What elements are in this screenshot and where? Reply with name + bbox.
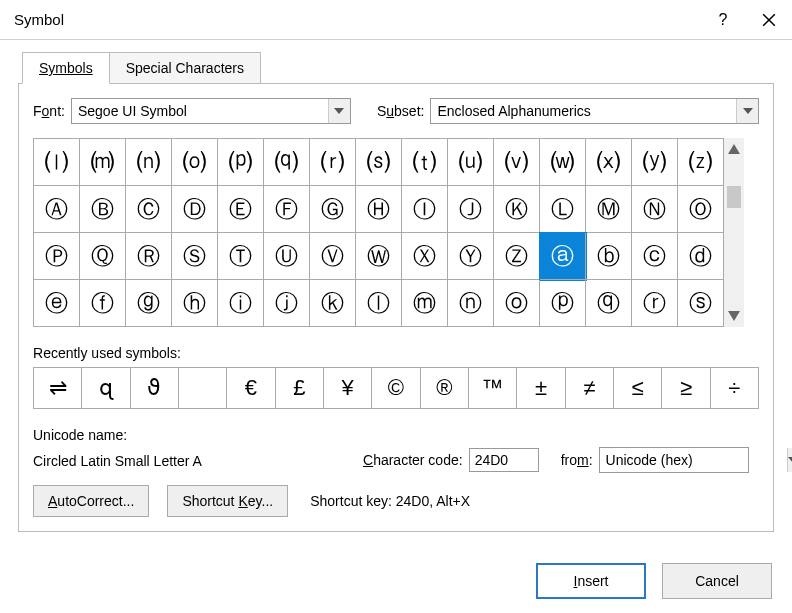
symbol-cell[interactable]: Ⓢ <box>172 233 218 280</box>
chevron-down-icon <box>788 457 792 463</box>
symbol-cell[interactable]: ⓘ <box>218 280 264 327</box>
recent-symbol-cell[interactable]: ÷ <box>711 368 759 408</box>
subset-dropdown-button[interactable] <box>736 99 758 123</box>
symbol-cell[interactable]: Ⓕ <box>264 186 310 233</box>
symbol-cell[interactable]: Ⓔ <box>218 186 264 233</box>
symbol-cell[interactable]: ⓗ <box>172 280 218 327</box>
recent-symbol-cell[interactable] <box>179 368 227 408</box>
symbol-cell[interactable]: Ⓙ <box>448 186 494 233</box>
symbol-cell[interactable]: Ⓥ <box>310 233 356 280</box>
symbol-cell[interactable]: ⓡ <box>632 280 678 327</box>
recent-symbol-cell[interactable]: ⇌ <box>34 368 82 408</box>
tab-bar: Symbols Special Characters <box>18 52 774 83</box>
from-combo[interactable] <box>599 447 749 473</box>
symbol-cell[interactable]: ⒪ <box>172 139 218 186</box>
symbol-cell[interactable]: ⒧ <box>34 139 80 186</box>
autocorrect-button[interactable]: AutoCorrect... <box>33 485 149 517</box>
symbol-cell[interactable]: ⓝ <box>448 280 494 327</box>
symbol-cell[interactable]: ⒨ <box>80 139 126 186</box>
symbol-cell[interactable]: ⓢ <box>678 280 724 327</box>
symbol-cell[interactable]: Ⓘ <box>402 186 448 233</box>
symbol-cell[interactable]: ⒯ <box>402 139 448 186</box>
tab-symbols[interactable]: Symbols <box>22 52 110 84</box>
subset-combo[interactable] <box>430 98 759 124</box>
tab-special-characters[interactable]: Special Characters <box>109 52 261 83</box>
symbol-cell[interactable]: Ⓖ <box>310 186 356 233</box>
font-input[interactable] <box>72 99 328 123</box>
symbol-cell[interactable]: ⓙ <box>264 280 310 327</box>
symbol-cell[interactable]: ⒭ <box>310 139 356 186</box>
recent-symbol-cell[interactable]: © <box>372 368 420 408</box>
from-dropdown-button[interactable] <box>787 448 792 472</box>
charcode-input[interactable] <box>469 448 539 472</box>
symbol-cell[interactable]: ⒬ <box>264 139 310 186</box>
symbol-cell[interactable]: ⒫ <box>218 139 264 186</box>
recent-symbol-cell[interactable]: € <box>227 368 275 408</box>
recent-symbol-cell[interactable]: ϑ <box>131 368 179 408</box>
recent-symbol-cell[interactable]: ɋ <box>82 368 130 408</box>
recent-symbol-cell[interactable]: £ <box>276 368 324 408</box>
scroll-thumb[interactable] <box>727 186 741 208</box>
subset-input[interactable] <box>431 99 736 123</box>
symbol-cell[interactable]: ⓔ <box>34 280 80 327</box>
help-button[interactable]: ? <box>700 0 746 40</box>
symbol-cell[interactable]: Ⓧ <box>402 233 448 280</box>
symbol-cell[interactable]: Ⓦ <box>356 233 402 280</box>
symbol-cell[interactable]: ⒴ <box>632 139 678 186</box>
symbol-cell[interactable]: ⓑ <box>586 233 632 280</box>
symbol-cell[interactable]: Ⓛ <box>540 186 586 233</box>
cancel-button[interactable]: Cancel <box>662 563 772 599</box>
symbol-cell[interactable]: ⒲ <box>540 139 586 186</box>
recent-symbol-cell[interactable]: ¥ <box>324 368 372 408</box>
grid-scrollbar[interactable] <box>724 138 744 327</box>
symbol-cell[interactable]: ⓖ <box>126 280 172 327</box>
symbol-cell[interactable]: ⒩ <box>126 139 172 186</box>
recent-symbol-cell[interactable]: ® <box>421 368 469 408</box>
symbol-cell[interactable]: Ⓑ <box>80 186 126 233</box>
symbol-cell[interactable]: ⓟ <box>540 280 586 327</box>
symbol-cell[interactable]: ⓚ <box>310 280 356 327</box>
font-dropdown-button[interactable] <box>328 99 350 123</box>
symbol-cell[interactable]: Ⓚ <box>494 186 540 233</box>
symbol-cell[interactable]: Ⓝ <box>632 186 678 233</box>
symbol-cell[interactable]: Ⓨ <box>448 233 494 280</box>
subset-label: Subset: <box>377 103 425 119</box>
symbol-cell[interactable]: Ⓡ <box>126 233 172 280</box>
symbol-cell[interactable]: Ⓓ <box>172 186 218 233</box>
symbol-cell[interactable]: ⓞ <box>494 280 540 327</box>
symbol-cell[interactable]: ⒵ <box>678 139 724 186</box>
recent-symbol-cell[interactable]: ≥ <box>662 368 710 408</box>
recent-symbol-cell[interactable]: ± <box>517 368 565 408</box>
symbol-cell[interactable]: ⒮ <box>356 139 402 186</box>
from-input[interactable] <box>600 448 787 472</box>
symbol-cell[interactable]: ⓐ <box>540 233 586 280</box>
symbol-cell[interactable]: ⓛ <box>356 280 402 327</box>
symbol-cell[interactable]: Ⓩ <box>494 233 540 280</box>
symbol-cell[interactable]: Ⓜ <box>586 186 632 233</box>
symbol-cell[interactable]: Ⓗ <box>356 186 402 233</box>
symbol-cell[interactable]: Ⓐ <box>34 186 80 233</box>
font-combo[interactable] <box>71 98 351 124</box>
symbol-cell[interactable]: ⒳ <box>586 139 632 186</box>
symbol-cell[interactable]: Ⓠ <box>80 233 126 280</box>
symbol-cell[interactable]: Ⓟ <box>34 233 80 280</box>
close-button[interactable] <box>746 0 792 40</box>
symbol-cell[interactable]: Ⓞ <box>678 186 724 233</box>
symbol-cell[interactable]: ⓒ <box>632 233 678 280</box>
titlebar: Symbol ? <box>0 0 792 40</box>
font-label: Font: <box>33 103 65 119</box>
symbol-cell[interactable]: ⓕ <box>80 280 126 327</box>
symbol-cell[interactable]: Ⓣ <box>218 233 264 280</box>
symbol-cell[interactable]: Ⓒ <box>126 186 172 233</box>
symbol-cell[interactable]: ⓠ <box>586 280 632 327</box>
recent-symbol-cell[interactable]: ™ <box>469 368 517 408</box>
symbol-cell[interactable]: ⒱ <box>494 139 540 186</box>
shortcut-key-button[interactable]: Shortcut Key... <box>167 485 288 517</box>
symbol-cell[interactable]: Ⓤ <box>264 233 310 280</box>
recent-symbol-cell[interactable]: ≤ <box>614 368 662 408</box>
symbol-cell[interactable]: ⓓ <box>678 233 724 280</box>
symbol-cell[interactable]: ⒰ <box>448 139 494 186</box>
insert-button[interactable]: Insert <box>536 563 646 599</box>
symbol-cell[interactable]: ⓜ <box>402 280 448 327</box>
recent-symbol-cell[interactable]: ≠ <box>566 368 614 408</box>
